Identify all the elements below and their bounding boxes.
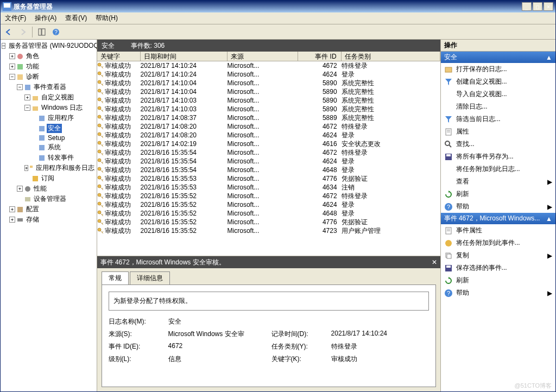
event-row[interactable]: 审核成功2021/8/16 15:35:54Microsoft...4672特殊… bbox=[97, 148, 440, 157]
action-item[interactable]: 查看▶ bbox=[441, 175, 555, 188]
tree-root[interactable]: −服务器管理器 (WIN-92UODOQ3EG) bbox=[2, 41, 96, 51]
tree-system[interactable]: 系统 bbox=[2, 142, 96, 153]
svg-rect-44 bbox=[445, 67, 452, 72]
action-item[interactable]: 复制▶ bbox=[441, 249, 555, 262]
event-row[interactable]: 审核成功2021/8/17 14:10:03Microsoft...5890系统… bbox=[97, 105, 440, 113]
minimize-button[interactable]: _ bbox=[522, 2, 532, 11]
key-icon bbox=[97, 227, 104, 234]
label-keyword: 关键字(K): bbox=[271, 355, 326, 364]
tree-app-services-logs[interactable]: +应用程序和服务日志 bbox=[2, 163, 96, 173]
tree-application[interactable]: 应用程序 bbox=[2, 113, 96, 123]
action-item[interactable]: 筛选当前日志... bbox=[441, 113, 555, 125]
event-row[interactable]: 审核成功2021/8/16 15:35:52Microsoft...4776凭据… bbox=[97, 218, 440, 226]
svg-rect-51 bbox=[446, 154, 451, 156]
tree-windows-logs[interactable]: −Windows 日志 bbox=[2, 103, 96, 113]
help-icon: ? bbox=[444, 289, 453, 298]
tree-features[interactable]: +功能 bbox=[2, 61, 96, 72]
show-hide-button[interactable] bbox=[36, 26, 48, 38]
action-item[interactable]: 刷新 bbox=[441, 274, 555, 287]
tree-device-manager[interactable]: 设备管理器 bbox=[2, 194, 96, 204]
key-icon bbox=[97, 123, 104, 130]
action-item[interactable]: 清除日志... bbox=[441, 100, 555, 113]
action-item[interactable]: 将任务附加到此事件... bbox=[441, 237, 555, 249]
key-icon bbox=[97, 106, 104, 112]
event-row[interactable]: 审核成功2021/8/17 14:10:24Microsoft...4624登录 bbox=[97, 70, 440, 79]
tree-pane[interactable]: −服务器管理器 (WIN-92UODOQ3EG) +角色 +功能 −诊断 −事件… bbox=[1, 40, 97, 391]
action-item[interactable]: 事件属性 bbox=[441, 224, 555, 237]
action-item[interactable]: 创建自定义视图... bbox=[441, 75, 555, 88]
watermark: @51CTO博客 bbox=[515, 382, 552, 390]
event-row[interactable]: 审核成功2021/8/16 15:35:54Microsoft...4648登录 bbox=[97, 166, 440, 174]
event-row[interactable]: 审核成功2021/8/16 15:35:54Microsoft...4624登录 bbox=[97, 157, 440, 166]
action-item[interactable]: 导入自定义视图... bbox=[441, 88, 555, 100]
col-source[interactable]: 来源 bbox=[228, 52, 298, 61]
event-row[interactable]: 审核成功2021/8/17 14:10:04Microsoft...5890系统… bbox=[97, 87, 440, 96]
event-row[interactable]: 审核成功2021/8/16 15:35:53Microsoft...4776凭据… bbox=[97, 174, 440, 183]
actions-section-security[interactable]: 安全▲ bbox=[441, 52, 555, 63]
action-item[interactable]: 刷新 bbox=[441, 188, 555, 200]
event-row[interactable]: 审核成功2021/8/17 14:02:19Microsoft...4616安全… bbox=[97, 140, 440, 148]
svg-point-7 bbox=[17, 54, 23, 59]
svg-text:?: ? bbox=[54, 29, 58, 35]
help-button[interactable]: ? bbox=[50, 26, 62, 38]
back-button[interactable] bbox=[3, 26, 15, 38]
menu-help[interactable]: 帮助(H) bbox=[91, 14, 122, 23]
tab-general[interactable]: 常规 bbox=[102, 271, 129, 284]
event-row[interactable]: 审核成功2021/8/16 15:35:52Microsoft...4648登录 bbox=[97, 209, 440, 218]
event-row[interactable]: 审核成功2021/8/17 14:08:20Microsoft...4624登录 bbox=[97, 131, 440, 140]
event-row[interactable]: 审核成功2021/8/16 15:35:52Microsoft...4672特殊… bbox=[97, 192, 440, 200]
tree-custom-views[interactable]: +自定义视图 bbox=[2, 92, 96, 103]
value-recorded: 2021/8/17 14:10:24 bbox=[331, 330, 429, 339]
menu-view[interactable]: 查看(V) bbox=[61, 14, 91, 23]
action-item[interactable]: 保存选择的事件... bbox=[441, 262, 555, 274]
tree-security[interactable]: 安全 bbox=[2, 123, 96, 134]
tree-subscriptions[interactable]: 订阅 bbox=[2, 173, 96, 184]
tree-forwarded[interactable]: 转发事件 bbox=[2, 153, 96, 163]
action-item[interactable]: ?帮助▶ bbox=[441, 287, 555, 299]
tree-storage[interactable]: +存储 bbox=[2, 214, 96, 225]
event-row[interactable]: 审核成功2021/8/17 14:10:04Microsoft...5890系统… bbox=[97, 79, 440, 87]
actions-pane: 操作 安全▲ 打开保存的日志...创建自定义视图...导入自定义视图...清除日… bbox=[441, 40, 555, 391]
event-row[interactable]: 审核成功2021/8/17 14:10:24Microsoft...4672特殊… bbox=[97, 61, 440, 70]
value-eventid: 4672 bbox=[168, 342, 266, 351]
event-columns[interactable]: 关键字 日期和时间 来源 事件 ID 任务类别 bbox=[97, 52, 440, 61]
event-row[interactable]: 审核成功2021/8/16 15:35:53Microsoft...4634注销 bbox=[97, 183, 440, 192]
event-row[interactable]: 审核成功2021/8/16 15:35:52Microsoft...4624登录 bbox=[97, 200, 440, 209]
action-item[interactable]: 将所有事件另存为... bbox=[441, 150, 555, 163]
svg-rect-21 bbox=[25, 197, 30, 201]
forward-button[interactable] bbox=[17, 26, 29, 38]
event-row[interactable]: 审核成功2021/8/17 14:10:03Microsoft...5890系统… bbox=[97, 96, 440, 105]
tree-event-viewer[interactable]: −事件查看器 bbox=[2, 82, 96, 92]
col-datetime[interactable]: 日期和时间 bbox=[141, 52, 228, 61]
action-item[interactable]: 查找... bbox=[441, 138, 555, 150]
props-icon bbox=[444, 226, 453, 235]
svg-text:?: ? bbox=[447, 204, 450, 210]
svg-text:?: ? bbox=[447, 290, 450, 296]
col-category[interactable]: 任务类别 bbox=[342, 52, 440, 61]
menu-action[interactable]: 操作(A) bbox=[30, 14, 61, 23]
close-button[interactable]: × bbox=[544, 2, 553, 11]
tree-roles[interactable]: +角色 bbox=[2, 51, 96, 61]
tab-details[interactable]: 详细信息 bbox=[130, 271, 170, 284]
action-item[interactable]: ?帮助▶ bbox=[441, 200, 555, 213]
actions-section-event[interactable]: 事件 4672，Microsoft Windows...▲ bbox=[441, 213, 555, 224]
maximize-button[interactable]: □ bbox=[533, 2, 542, 11]
menu-file[interactable]: 文件(F) bbox=[1, 14, 30, 23]
event-row[interactable]: 审核成功2021/8/17 14:08:37Microsoft...5889系统… bbox=[97, 113, 440, 122]
value-level: 信息 bbox=[168, 355, 266, 364]
col-eventid[interactable]: 事件 ID bbox=[298, 52, 342, 61]
event-row[interactable]: 审核成功2021/8/17 14:08:20Microsoft...4672特殊… bbox=[97, 122, 440, 131]
action-item[interactable]: 将任务附加到此日志... bbox=[441, 163, 555, 175]
value-source: Microsoft Windows 安全审 bbox=[168, 330, 266, 339]
event-row[interactable]: 审核成功2021/8/16 15:35:52Microsoft...4723用户… bbox=[97, 226, 440, 235]
tree-performance[interactable]: +性能 bbox=[2, 184, 96, 194]
tree-configuration[interactable]: +配置 bbox=[2, 204, 96, 214]
event-rows[interactable]: 审核成功2021/8/17 14:10:24Microsoft...4672特殊… bbox=[97, 61, 440, 256]
tree-setup[interactable]: Setup bbox=[2, 134, 96, 142]
tree-diagnostics[interactable]: −诊断 bbox=[2, 72, 96, 82]
col-keyword[interactable]: 关键字 bbox=[97, 52, 141, 61]
detail-close-button[interactable]: ✕ bbox=[432, 258, 437, 266]
svg-rect-8 bbox=[17, 64, 23, 69]
action-item[interactable]: 打开保存的日志... bbox=[441, 63, 555, 75]
action-item[interactable]: 属性 bbox=[441, 125, 555, 138]
